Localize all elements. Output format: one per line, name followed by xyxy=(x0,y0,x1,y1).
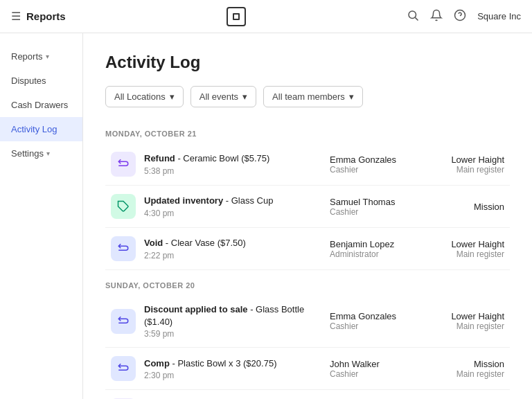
person-role: Cashier xyxy=(330,165,420,175)
date-label-0: MONDAY, OCTOBER 21 xyxy=(105,124,510,141)
person-role: Cashier xyxy=(330,369,420,379)
chevron-down-icon: ▾ xyxy=(46,53,49,60)
table-row: Comp - Plastic Bowl x 3 ($20.75)2:30 pmJ… xyxy=(105,348,510,390)
top-nav: ☰ Reports Square Inc xyxy=(0,0,532,33)
filter-team-members[interactable]: All team members ▾ xyxy=(263,86,363,107)
person-role: Cashier xyxy=(330,207,420,217)
top-nav-left: ☰ Reports xyxy=(11,10,66,23)
layout: Reports ▾ Disputes Cash Drawers Activity… xyxy=(0,33,532,399)
location-name: Lower Haight xyxy=(428,311,504,321)
top-nav-right: Square Inc xyxy=(407,9,521,24)
person-role: Administrator xyxy=(330,249,420,259)
filter-events[interactable]: All events ▾ xyxy=(190,86,256,107)
filter-bar: All Locations ▾ All events ▾ All team me… xyxy=(105,86,510,107)
chevron-down-icon-team: ▾ xyxy=(349,91,354,102)
activity-person: John WalkerCashier xyxy=(330,359,420,379)
filter-locations[interactable]: All Locations ▾ xyxy=(105,86,184,107)
activity-info: Updated inventory - Glass Cup4:30 pm xyxy=(144,195,321,218)
activity-time: 4:30 pm xyxy=(144,209,321,218)
page-title: Activity Log xyxy=(105,53,510,72)
table-row: Refund - Ceramic Bowl ($5.75)5:38 pmEmma… xyxy=(105,143,510,186)
main-content: Activity Log All Locations ▾ All events … xyxy=(83,33,532,399)
location-register: Main register xyxy=(428,321,504,331)
square-logo xyxy=(227,7,246,26)
discount-icon xyxy=(111,309,136,334)
chevron-down-icon-events: ▾ xyxy=(242,91,247,102)
person-name: Benjamin Lopez xyxy=(330,239,420,249)
person-name: Emma Gonzales xyxy=(330,311,420,321)
activity-title: Comp - Plastic Bowl x 3 ($20.75) xyxy=(144,357,321,370)
refund-icon xyxy=(111,152,136,177)
table-row: Refund - Ceramic Mug ($4.25)12:25 pmBenj… xyxy=(105,390,510,399)
activity-time: 5:38 pm xyxy=(144,166,321,176)
activity-location: MissionMain register xyxy=(428,359,504,379)
location-name: Lower Haight xyxy=(428,239,504,249)
hamburger-icon[interactable]: ☰ xyxy=(11,10,21,23)
svg-line-1 xyxy=(416,17,418,20)
table-row: Updated inventory - Glass Cup4:30 pmSamu… xyxy=(105,186,510,228)
activity-title: Refund - Ceramic Bowl ($5.75) xyxy=(144,152,321,165)
activity-info: Refund - Ceramic Bowl ($5.75)5:38 pm xyxy=(144,152,321,175)
location-register: Main register xyxy=(428,369,504,379)
sidebar-item-activity-log-label: Activity Log xyxy=(11,124,57,134)
company-name: Square Inc xyxy=(477,11,521,21)
top-nav-center xyxy=(227,7,246,26)
sidebar-item-reports[interactable]: Reports ▾ xyxy=(0,44,82,69)
person-name: John Walker xyxy=(330,359,420,369)
date-label-1: SUNDAY, OCTOBER 20 xyxy=(105,276,510,292)
inventory-icon xyxy=(111,194,136,219)
location-register: Main register xyxy=(428,249,504,259)
activity-sections: MONDAY, OCTOBER 21Refund - Ceramic Bowl … xyxy=(105,124,510,399)
location-name: Mission xyxy=(428,359,504,369)
help-icon[interactable] xyxy=(454,9,466,24)
activity-title: Void - Clear Vase ($7.50) xyxy=(144,237,321,249)
activity-time: 2:22 pm xyxy=(144,251,321,260)
person-name: Samuel Thomas xyxy=(330,197,420,207)
sidebar: Reports ▾ Disputes Cash Drawers Activity… xyxy=(0,33,83,399)
activity-person: Emma GonzalesCashier xyxy=(330,154,420,175)
person-role: Cashier xyxy=(330,321,420,331)
sidebar-item-activity-log[interactable]: Activity Log xyxy=(0,117,82,141)
sidebar-item-reports-label: Reports xyxy=(11,51,43,62)
location-register: Main register xyxy=(428,165,504,175)
sidebar-item-disputes[interactable]: Disputes xyxy=(0,69,82,93)
square-logo-inner xyxy=(233,13,240,20)
sidebar-item-disputes-label: Disputes xyxy=(11,76,46,86)
activity-person: Samuel ThomasCashier xyxy=(330,197,420,217)
chevron-down-icon-loc: ▾ xyxy=(170,91,175,102)
top-nav-title: Reports xyxy=(26,10,66,22)
activity-person: Benjamin LopezAdministrator xyxy=(330,239,420,259)
chevron-down-icon-settings: ▾ xyxy=(46,150,50,157)
date-section-1: SUNDAY, OCTOBER 20Discount applied to sa… xyxy=(105,276,510,399)
activity-time: 3:59 pm xyxy=(144,329,321,339)
location-name: Mission xyxy=(428,202,504,212)
activity-location: Lower HaightMain register xyxy=(428,239,504,259)
void-icon xyxy=(111,236,136,261)
activity-location: Lower HaightMain register xyxy=(428,311,504,331)
activity-time: 2:30 pm xyxy=(144,371,321,380)
sidebar-item-settings-label: Settings xyxy=(11,148,44,159)
location-name: Lower Haight xyxy=(428,154,504,165)
activity-info: Void - Clear Vase ($7.50)2:22 pm xyxy=(144,237,321,260)
activity-title: Discount applied to sale - Glass Bottle … xyxy=(144,303,321,328)
search-icon[interactable] xyxy=(407,9,419,24)
activity-info: Comp - Plastic Bowl x 3 ($20.75)2:30 pm xyxy=(144,357,321,380)
table-row: Void - Clear Vase ($7.50)2:22 pmBenjamin… xyxy=(105,228,510,270)
table-row: Discount applied to sale - Glass Bottle … xyxy=(105,295,510,348)
activity-person: Emma GonzalesCashier xyxy=(330,311,420,331)
date-section-0: MONDAY, OCTOBER 21Refund - Ceramic Bowl … xyxy=(105,124,510,270)
svg-point-0 xyxy=(409,11,416,19)
sidebar-item-cash-drawers-label: Cash Drawers xyxy=(11,100,68,110)
sidebar-item-cash-drawers[interactable]: Cash Drawers xyxy=(0,93,82,117)
activity-info: Discount applied to sale - Glass Bottle … xyxy=(144,303,321,339)
bell-icon[interactable] xyxy=(430,9,443,24)
comp-icon xyxy=(111,356,136,381)
activity-location: Mission xyxy=(428,202,504,212)
person-name: Emma Gonzales xyxy=(330,154,420,165)
activity-title: Updated inventory - Glass Cup xyxy=(144,195,321,207)
sidebar-item-settings[interactable]: Settings ▾ xyxy=(0,141,82,166)
activity-location: Lower HaightMain register xyxy=(428,154,504,175)
